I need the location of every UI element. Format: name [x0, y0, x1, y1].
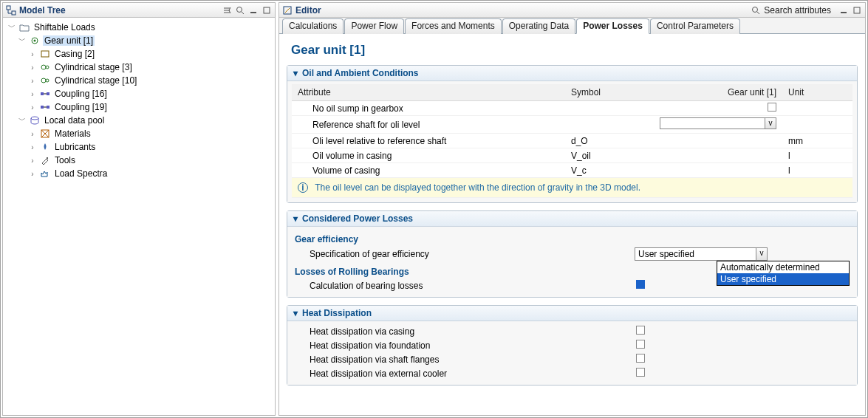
- tree-root[interactable]: ﹀ Shiftable Loads: [7, 21, 275, 34]
- twisty-icon[interactable]: ﹀: [18, 35, 27, 46]
- section-header[interactable]: ▾ Oil and Ambient Conditions: [287, 66, 857, 81]
- checkbox[interactable]: [636, 340, 645, 349]
- checkbox[interactable]: [636, 354, 645, 363]
- chevron-down-icon: ▾: [293, 308, 298, 318]
- twisty-icon[interactable]: ›: [28, 77, 37, 85]
- tree-item[interactable]: › Cylindrical stage [10]: [7, 74, 275, 87]
- table-row: Volume of casing V_c l: [292, 163, 852, 178]
- svg-rect-12: [41, 92, 44, 95]
- heat-row: Heat dissipation via foundation: [292, 338, 852, 352]
- twisty-icon[interactable]: ›: [28, 64, 37, 72]
- svg-rect-7: [41, 51, 49, 57]
- twisty-icon[interactable]: ›: [28, 90, 37, 98]
- tab-operating-data[interactable]: Operating Data: [502, 18, 575, 34]
- model-tree[interactable]: ﹀ Shiftable Loads ﹀ Gear unit [1] › Casi…: [3, 18, 275, 415]
- maximize-icon[interactable]: [852, 5, 862, 16]
- tree-gear-unit[interactable]: ﹀ Gear unit [1]: [7, 34, 275, 47]
- tab-forces-and-moments[interactable]: Forces and Moments: [405, 18, 502, 34]
- node-icon: [39, 154, 51, 166]
- chevron-down-icon[interactable]: v: [756, 247, 768, 261]
- tab-power-flow[interactable]: Power Flow: [344, 18, 404, 34]
- editor-body: Gear unit [1] ▾ Oil and Ambient Conditio…: [279, 34, 865, 415]
- svg-point-10: [41, 78, 46, 83]
- section-header[interactable]: ▾ Heat Dissipation: [287, 306, 857, 321]
- checkbox[interactable]: [636, 368, 645, 377]
- section-heat-dissipation: ▾ Heat Dissipation Heat dissipation via …: [287, 305, 858, 386]
- dropdown-option[interactable]: Automatically determined: [717, 261, 849, 273]
- tree-item[interactable]: › Coupling [16]: [7, 87, 275, 100]
- svg-rect-1: [12, 11, 16, 15]
- combo[interactable]: v: [660, 117, 776, 129]
- spec-gear-efficiency-combo[interactable]: User specified v: [635, 247, 768, 261]
- section-power-losses: ▾ Considered Power Losses Gear efficienc…: [287, 210, 858, 298]
- svg-point-6: [34, 40, 36, 42]
- search-attributes-label[interactable]: Search attributes: [764, 5, 835, 16]
- info-row: i The oil level can be displayed togethe…: [292, 178, 852, 198]
- maximize-icon[interactable]: [262, 5, 272, 16]
- twisty-icon[interactable]: ›: [28, 170, 37, 178]
- node-icon: [39, 88, 51, 100]
- gear-efficiency-heading: Gear efficiency: [292, 230, 852, 246]
- tree-item[interactable]: › Cylindrical stage [3]: [7, 61, 275, 74]
- editor-icon: [282, 5, 293, 16]
- info-icon: i: [298, 182, 308, 193]
- table-row: Oil volume in casing V_oil l: [292, 148, 852, 163]
- tree-item[interactable]: › Casing [2]: [7, 47, 275, 61]
- tree-item[interactable]: › Load Spectra: [7, 167, 275, 180]
- checkbox[interactable]: [636, 280, 645, 289]
- page-title: Gear unit [1]: [291, 43, 858, 58]
- svg-rect-13: [47, 92, 49, 95]
- svg-rect-0: [7, 6, 10, 10]
- collapse-icon[interactable]: [222, 5, 232, 16]
- model-tree-header: Model Tree: [3, 3, 275, 18]
- twisty-icon[interactable]: ›: [28, 130, 37, 138]
- editor-title: Editor: [295, 5, 748, 16]
- tree-local-data-pool[interactable]: ﹀ Local data pool: [7, 114, 275, 127]
- tab-calculations[interactable]: Calculations: [282, 18, 344, 34]
- chevron-down-icon[interactable]: v: [765, 117, 776, 129]
- tab-control-parameters[interactable]: Control Parameters: [650, 18, 740, 34]
- twisty-icon[interactable]: ›: [28, 143, 37, 151]
- tree-item[interactable]: › Lubricants: [7, 140, 275, 154]
- editor-header: Editor Search attributes: [279, 3, 865, 18]
- search-icon[interactable]: [751, 5, 761, 16]
- twisty-icon[interactable]: ﹀: [7, 22, 16, 32]
- twisty-icon[interactable]: ›: [28, 103, 37, 112]
- svg-rect-20: [47, 157, 48, 159]
- heat-row: Heat dissipation via external cooler: [292, 366, 852, 380]
- spec-gear-efficiency-row: Specification of gear efficiency User sp…: [292, 246, 852, 262]
- twisty-icon[interactable]: ›: [28, 50, 37, 58]
- heat-row: Heat dissipation via casing: [292, 324, 852, 338]
- tree-item[interactable]: › Tools: [7, 154, 275, 167]
- table-row: No oil sump in gearbox: [292, 101, 852, 116]
- section-header[interactable]: ▾ Considered Power Losses: [287, 211, 857, 227]
- svg-rect-14: [44, 93, 47, 95]
- table-header-row: Attribute Symbol Gear unit [1] Unit: [292, 84, 852, 101]
- checkbox[interactable]: [636, 326, 645, 335]
- database-icon: [29, 114, 41, 126]
- twisty-icon[interactable]: ﹀: [18, 115, 27, 126]
- search-icon[interactable]: [235, 5, 245, 16]
- spec-gear-efficiency-dropdown[interactable]: Automatically determined User specified: [717, 261, 850, 286]
- tree-item[interactable]: › Materials: [7, 127, 275, 140]
- minimize-icon[interactable]: [248, 5, 259, 16]
- dropdown-option[interactable]: User specified: [717, 273, 849, 285]
- checkbox[interactable]: [768, 103, 776, 112]
- svg-point-2: [237, 7, 242, 12]
- svg-point-18: [31, 117, 38, 120]
- model-tree-pane: Model Tree ﹀ Shiftable Loads ﹀ Gear unit…: [2, 2, 276, 416]
- chevron-down-icon: ▾: [293, 68, 298, 78]
- node-icon: [39, 61, 51, 73]
- table-row: Oli level relative to reference shaft d_…: [292, 134, 852, 148]
- chevron-down-icon: ▾: [293, 213, 298, 224]
- minimize-icon[interactable]: [838, 5, 849, 16]
- twisty-icon[interactable]: ›: [28, 157, 37, 165]
- editor-pane: Editor Search attributes CalculationsPow…: [278, 2, 866, 416]
- tab-power-losses[interactable]: Power Losses: [576, 18, 649, 34]
- gear-icon: [29, 35, 41, 47]
- svg-rect-16: [47, 106, 49, 109]
- node-icon: [39, 128, 51, 140]
- tree-item[interactable]: › Coupling [19]: [7, 100, 275, 114]
- oil-attr-table: Attribute Symbol Gear unit [1] Unit No o…: [292, 84, 852, 198]
- folder-icon: [18, 21, 30, 33]
